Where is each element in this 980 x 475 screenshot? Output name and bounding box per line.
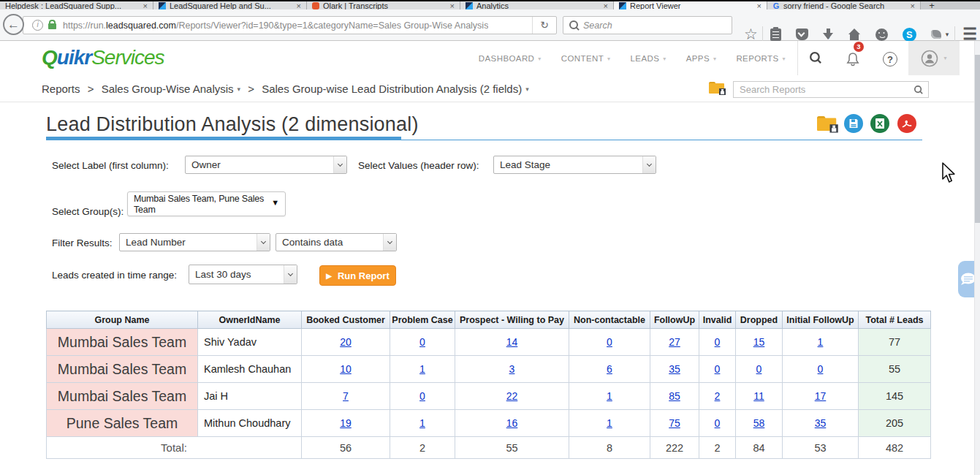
url-bar[interactable]: i https://run.leadsquared.com/Reports/Vi… — [23, 16, 557, 34]
count-link[interactable]: 14 — [506, 336, 518, 348]
count-link[interactable]: 1 — [607, 390, 612, 402]
tab-close-icon[interactable]: × — [757, 1, 761, 10]
extension-icon[interactable] — [931, 30, 941, 39]
count-link[interactable]: 0 — [607, 336, 612, 348]
filter-field-dropdown[interactable]: Lead Number — [119, 233, 270, 251]
browser-search-input[interactable] — [583, 20, 715, 31]
total-cell: 56 — [302, 437, 390, 459]
export-excel-icon[interactable] — [870, 114, 889, 133]
count-link[interactable]: 75 — [669, 417, 680, 429]
count-link[interactable]: 1 — [419, 417, 425, 429]
nav-leads[interactable]: LEADS▾ — [631, 54, 666, 63]
nav-reports[interactable]: REPORTS▾ — [736, 54, 786, 63]
browser-tab[interactable]: Helpdesk : LeadSquared Supp...× — [0, 1, 153, 10]
chevron-down-icon[interactable]: ▾ — [238, 86, 241, 93]
breadcrumb-reports[interactable]: Reports — [42, 83, 80, 95]
count-link[interactable]: 11 — [753, 390, 764, 402]
tab-close-icon[interactable]: × — [450, 1, 455, 10]
scrollbar[interactable] — [974, 41, 980, 475]
count-link[interactable]: 0 — [715, 363, 721, 375]
count-link[interactable]: 1 — [419, 363, 425, 375]
tab-close-icon[interactable]: × — [604, 1, 608, 10]
time-range-dropdown[interactable]: Last 30 days — [189, 265, 297, 284]
count-link[interactable]: 19 — [340, 417, 352, 429]
report-search-box[interactable] — [733, 81, 929, 98]
select-label-dropdown[interactable]: Owner — [185, 156, 347, 174]
https-lock-icon[interactable] — [48, 23, 56, 29]
tab-close-icon[interactable]: × — [297, 1, 301, 10]
count-link[interactable]: 6 — [607, 363, 612, 375]
save-to-folder-icon[interactable] — [817, 116, 836, 131]
nav-apps[interactable]: APPS▾ — [686, 54, 717, 63]
count-link[interactable]: 0 — [419, 336, 425, 348]
count-link[interactable]: 35 — [669, 363, 680, 375]
browser-search-box[interactable] — [563, 16, 732, 34]
new-tab-button[interactable]: + — [921, 1, 943, 10]
count-link[interactable]: 1 — [818, 336, 824, 348]
dropdown-arrow-icon — [333, 156, 346, 173]
save-report-icon[interactable] — [844, 114, 863, 133]
save-to-folder-icon[interactable] — [709, 82, 724, 94]
breadcrumb-report[interactable]: Sales Group-wise Lead Distribution Analy… — [262, 83, 522, 95]
count-link[interactable]: 27 — [669, 336, 680, 348]
downloads-icon[interactable]: ↓ — [823, 28, 834, 40]
count-link[interactable]: 58 — [753, 417, 765, 429]
extension-dropdown-icon[interactable]: ▾ — [946, 31, 949, 38]
bookmarks-menu-icon[interactable] — [770, 28, 781, 41]
count-link[interactable]: 0 — [818, 363, 824, 375]
count-link[interactable]: 35 — [815, 417, 827, 429]
pocket-icon[interactable] — [796, 28, 808, 40]
home-icon[interactable]: ⌂ — [848, 29, 861, 40]
table-row: Mumbai Sales Team Shiv Yadav 20 0 14 0 2… — [47, 329, 931, 356]
total-cell: 2 — [390, 437, 455, 459]
run-report-button[interactable]: ▶Run Report — [319, 265, 396, 286]
count-link[interactable]: 0 — [756, 363, 762, 375]
count-link[interactable]: 7 — [343, 390, 349, 402]
browser-tab[interactable]: Gsorry friend - Google Search× — [767, 1, 921, 10]
tab-close-icon[interactable]: × — [911, 1, 915, 10]
col-group-name: Group Name — [47, 311, 198, 329]
nav-dashboard[interactable]: DASHBOARD▾ — [479, 54, 542, 63]
page-info-icon[interactable]: i — [32, 20, 43, 31]
select-groups-multiselect[interactable]: Mumbai Sales Team, Pune Sales Team▼ — [127, 191, 286, 216]
count-link[interactable]: 1 — [607, 417, 612, 429]
notifications-bell-icon[interactable] — [844, 50, 862, 68]
count-link[interactable]: 0 — [715, 417, 721, 429]
table-row: Pune Sales Team Mithun Choudhary 19 1 16… — [47, 410, 931, 437]
bookmark-star-icon[interactable]: ☆ — [744, 27, 758, 42]
count-link[interactable]: 20 — [340, 336, 352, 348]
skype-icon[interactable]: S — [903, 28, 916, 42]
extension-smiley-icon[interactable]: ☺ — [875, 28, 888, 41]
browser-tab-active[interactable]: Report Viewer× — [614, 1, 767, 10]
quikr-services-logo[interactable]: QuikrServices — [42, 46, 164, 69]
profile-menu[interactable]: ▾ — [908, 41, 960, 75]
count-link[interactable]: 15 — [753, 336, 765, 348]
count-link[interactable]: 85 — [669, 390, 680, 402]
menu-icon[interactable]: ☰ — [962, 28, 977, 41]
tab-close-icon[interactable]: × — [143, 1, 148, 10]
header-search-icon[interactable] — [809, 51, 821, 64]
count-link[interactable]: 3 — [509, 363, 515, 375]
browser-tab[interactable]: Olark | Transcripts× — [307, 1, 460, 10]
count-link[interactable]: 2 — [715, 390, 721, 402]
scrollbar-thumb[interactable] — [975, 55, 980, 223]
select-values-dropdown[interactable]: Lead Stage — [493, 156, 656, 174]
browser-tab[interactable]: Analytics× — [460, 1, 614, 10]
report-search-input[interactable] — [740, 84, 913, 95]
count-link[interactable]: 0 — [419, 390, 425, 402]
chevron-down-icon[interactable]: ▾ — [525, 86, 529, 93]
count-link[interactable]: 10 — [340, 363, 352, 375]
breadcrumb-category[interactable]: Sales Group-Wise Analysis — [102, 83, 234, 95]
count-link[interactable]: 16 — [506, 417, 518, 429]
reload-button[interactable]: ↻ — [532, 17, 556, 34]
leadsquared-favicon — [466, 2, 473, 10]
help-icon[interactable]: ? — [883, 52, 897, 66]
filter-operator-dropdown[interactable]: Contains data — [276, 233, 397, 251]
count-link[interactable]: 17 — [815, 390, 827, 402]
count-link[interactable]: 22 — [506, 390, 518, 402]
export-pdf-icon[interactable] — [897, 114, 916, 133]
nav-content[interactable]: CONTENT▾ — [561, 54, 611, 63]
browser-tab[interactable]: LeadSquared Help and Su...× — [153, 1, 307, 10]
back-button[interactable]: ← — [3, 14, 24, 35]
count-link[interactable]: 0 — [715, 336, 721, 348]
